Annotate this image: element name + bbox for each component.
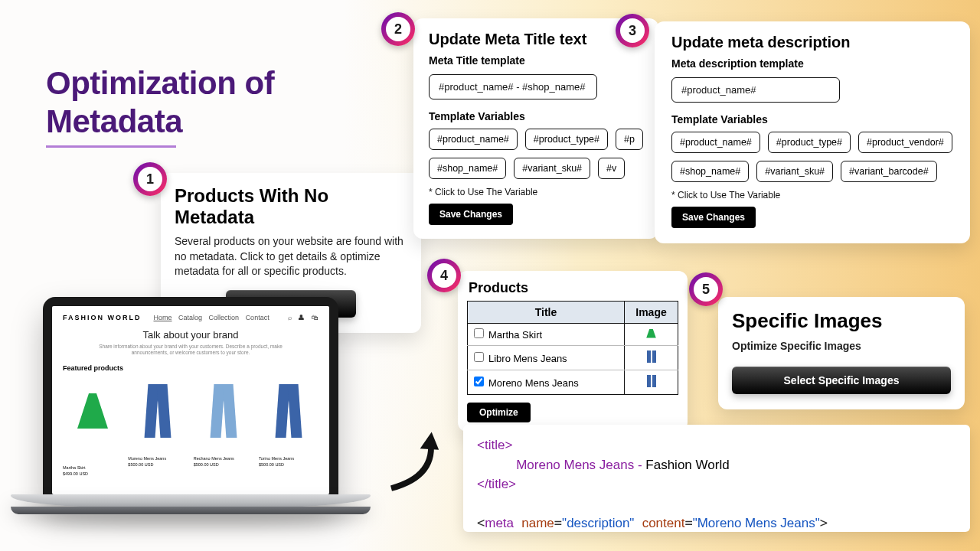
card-3-title: Update meta description xyxy=(671,34,953,51)
user-icon[interactable]: 👤︎ xyxy=(298,314,305,321)
site-logo-text: FASHION WORLD xyxy=(63,314,142,321)
product-thumbnail xyxy=(625,346,678,370)
click-variable-note: * Click to Use The Variable xyxy=(429,187,643,197)
product-title: Moreno Mens Jeans xyxy=(488,377,579,389)
card-meta-title: Update Meta Title text Meta Title templa… xyxy=(413,18,658,239)
product-price: $499.00 USD xyxy=(63,471,122,476)
product-checkbox[interactable] xyxy=(474,352,484,362)
product-image xyxy=(194,384,253,453)
featured-products-label: Featured products xyxy=(63,364,318,372)
save-changes-button[interactable]: Save Changes xyxy=(429,204,513,225)
nav-link[interactable]: Contact xyxy=(246,314,270,321)
website-preview-screen: FASHION WORLD Home Catalog Collection Co… xyxy=(52,306,329,494)
nav-link[interactable]: Home xyxy=(154,314,172,321)
var-chip[interactable]: #product_name# xyxy=(429,129,518,150)
product-card[interactable]: Rechano Mens Jeans$500.00 USD xyxy=(194,377,253,476)
card-specific-images: Specific Images Optimize Specific Images… xyxy=(718,297,965,409)
product-image xyxy=(129,384,187,453)
product-title: Martha Skirt xyxy=(488,329,542,341)
site-nav: Home Catalog Collection Contact xyxy=(149,314,270,321)
var-chip[interactable]: #variant_barcode# xyxy=(841,161,937,182)
var-chip[interactable]: #product_type# xyxy=(768,132,851,153)
save-changes-button[interactable]: Save Changes xyxy=(671,207,756,228)
cart-icon[interactable]: 🛍︎ xyxy=(312,314,318,321)
optimize-button[interactable]: Optimize xyxy=(467,403,531,422)
product-card[interactable]: Martha Skirt$499.00 USD xyxy=(63,377,122,476)
card-5-blurb: Optimize Specific Images xyxy=(732,339,951,354)
product-name: Moreno Mens Jeans xyxy=(128,456,188,461)
product-title: Libro Mens Jeans xyxy=(488,353,567,364)
step-4-badge xyxy=(427,259,461,292)
product-price: $500.00 USD xyxy=(259,462,318,467)
products-table: Title Image Martha SkirtLibro Mens Jeans… xyxy=(467,301,678,395)
hero-title: Talk about your brand xyxy=(63,329,318,341)
var-chip[interactable]: #product_vendor# xyxy=(858,132,952,153)
var-chip[interactable]: #variant_sku# xyxy=(514,158,590,179)
laptop-preview: FASHION WORLD Home Catalog Collection Co… xyxy=(11,297,371,542)
var-chip[interactable]: #product_name# xyxy=(671,132,760,153)
hero-subtitle: Share information about your brand with … xyxy=(91,344,290,357)
card-5-title: Specific Images xyxy=(732,309,951,333)
nav-link[interactable]: Catalog xyxy=(178,314,202,321)
product-checkbox[interactable] xyxy=(474,328,484,338)
product-price: $500.00 USD xyxy=(128,462,188,467)
step-1-badge xyxy=(133,162,167,196)
card-products-list: Products Title Image Martha SkirtLibro M… xyxy=(458,271,688,432)
heading-underline xyxy=(46,145,176,148)
meta-title-template-label: Meta Title template xyxy=(429,54,643,67)
var-chip[interactable]: #p xyxy=(616,129,643,150)
step-2-badge xyxy=(381,12,415,46)
card-2-title: Update Meta Title text xyxy=(429,31,643,48)
var-chip[interactable]: #v xyxy=(598,158,625,179)
product-name: Torino Mens Jeans xyxy=(259,456,318,461)
card-meta-description: Update meta description Meta description… xyxy=(655,21,970,243)
product-price: $500.00 USD xyxy=(194,462,253,467)
page-title: Optimization of Metadata xyxy=(46,64,274,140)
table-row[interactable]: Martha Skirt xyxy=(468,324,678,346)
var-chip[interactable]: #variant_sku# xyxy=(756,161,833,182)
product-thumbnail xyxy=(625,370,678,395)
table-row[interactable]: Libro Mens Jeans xyxy=(468,346,678,370)
meta-title-template-input[interactable] xyxy=(429,74,597,99)
template-variables-label: Template Variables xyxy=(429,110,643,122)
click-variable-note: * Click to Use The Variable xyxy=(671,190,953,201)
product-image xyxy=(260,384,318,453)
var-chip[interactable]: #product_type# xyxy=(525,129,608,150)
meta-desc-template-input[interactable] xyxy=(671,77,840,103)
var-chip[interactable]: #shop_name# xyxy=(429,158,506,179)
step-5-badge xyxy=(689,272,723,306)
product-thumbnail xyxy=(625,324,678,346)
card-1-blurb: Several products on your website are fou… xyxy=(175,234,407,279)
product-card[interactable]: Torino Mens Jeans$500.00 USD xyxy=(259,377,318,476)
template-variables-label: Template Variables xyxy=(671,113,953,126)
table-row[interactable]: Moreno Mens Jeans xyxy=(468,370,678,395)
product-image xyxy=(64,393,122,462)
search-icon[interactable]: ⌕ xyxy=(288,314,292,321)
card-1-title: Products With No Metadata xyxy=(175,185,407,228)
table-header-image: Image xyxy=(625,302,678,324)
laptop-base-front xyxy=(11,507,371,514)
product-checkbox[interactable] xyxy=(474,377,484,386)
meta-desc-template-label: Meta description template xyxy=(671,57,953,70)
step-3-badge xyxy=(616,14,649,47)
template-variables-3: #product_name# #product_type# #product_v… xyxy=(671,132,953,182)
nav-link[interactable]: Collection xyxy=(209,314,240,321)
table-header-title: Title xyxy=(468,302,625,324)
select-specific-images-button[interactable]: Select Specific Images xyxy=(732,367,951,394)
code-output: <title> Moreno Mens Jeans - Fashion Worl… xyxy=(463,425,970,532)
product-card[interactable]: Moreno Mens Jeans$500.00 USD xyxy=(128,377,188,476)
product-name: Martha Skirt xyxy=(63,465,122,470)
products-title: Products xyxy=(467,280,678,296)
product-name: Rechano Mens Jeans xyxy=(194,456,253,461)
var-chip[interactable]: #shop_name# xyxy=(671,161,749,182)
template-variables-2: #product_name# #product_type# #p #shop_n… xyxy=(429,129,643,179)
